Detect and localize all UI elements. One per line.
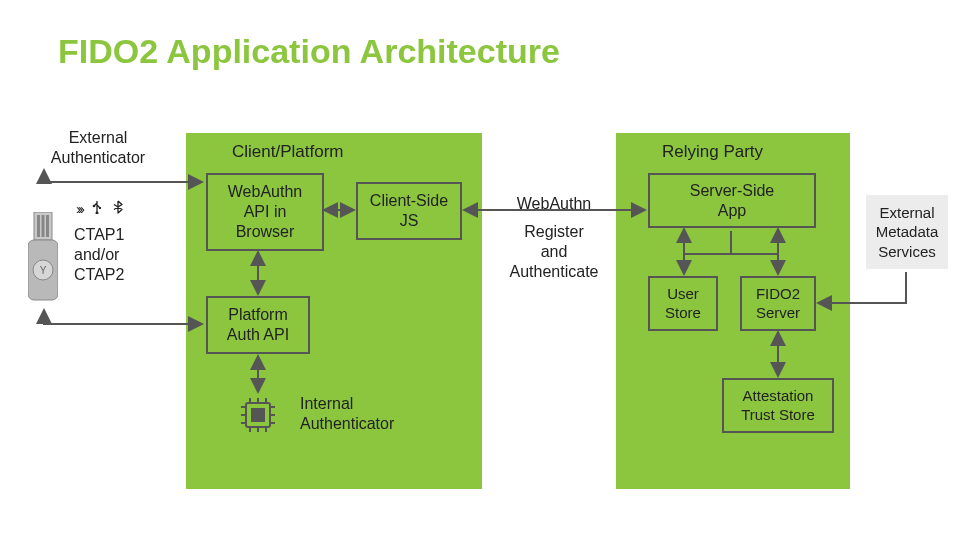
nfc-icon: ››› (76, 200, 82, 217)
user-store-box: UserStore (648, 276, 718, 331)
external-metadata-services-box: ExternalMetadataServices (866, 195, 948, 269)
external-auth-label: ExternalAuthenticator (38, 128, 158, 168)
bluetooth-icon (112, 200, 124, 217)
ctap-label: CTAP1and/orCTAP2 (74, 225, 164, 285)
svg-rect-2 (42, 215, 45, 237)
internal-auth-label: InternalAuthenticator (300, 394, 420, 434)
svg-text:Y: Y (40, 265, 47, 276)
svg-rect-11 (251, 408, 265, 422)
svg-rect-1 (37, 215, 40, 237)
client-side-js-box: Client-SideJS (356, 182, 462, 240)
connectivity-icons: ››› (76, 200, 124, 217)
page-title: FIDO2 Application Architecture (58, 32, 560, 71)
fido2-server-box: FIDO2Server (740, 276, 816, 331)
client-platform-label: Client/Platform (232, 142, 343, 162)
usb-icon (90, 200, 104, 217)
webauthn-protocol-label: WebAuthn (504, 194, 604, 214)
svg-rect-3 (46, 215, 49, 237)
svg-rect-8 (99, 207, 101, 209)
svg-point-7 (96, 212, 99, 215)
attestation-trust-store-box: AttestationTrust Store (722, 378, 834, 433)
relying-party-label: Relying Party (662, 142, 763, 162)
svg-point-9 (93, 205, 96, 208)
platform-auth-api-box: PlatformAuth API (206, 296, 310, 354)
webauthn-api-box: WebAuthnAPI inBrowser (206, 173, 324, 251)
register-auth-label: RegisterandAuthenticate (504, 222, 604, 282)
server-side-app-box: Server-SideApp (648, 173, 816, 228)
security-key-icon: Y (28, 212, 58, 312)
chip-icon (238, 395, 278, 435)
